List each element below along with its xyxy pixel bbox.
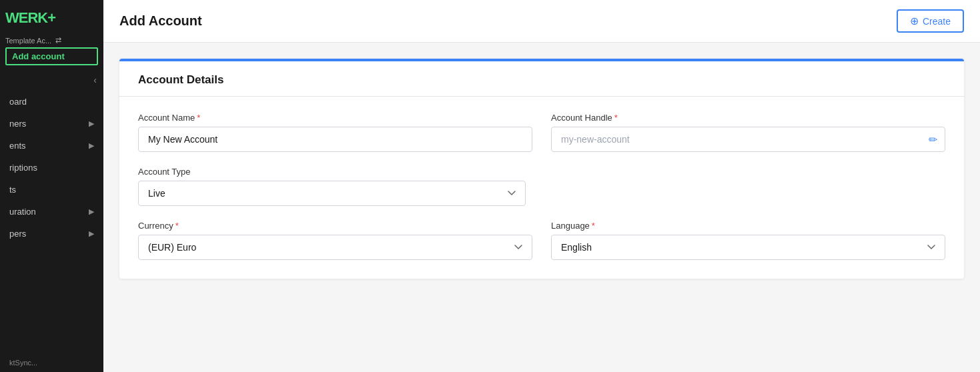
sidebar-item-helpers[interactable]: pers ▶ xyxy=(0,223,103,245)
sidebar: WERK+ Template Ac... ⇄ Add account ‹ oar… xyxy=(0,0,103,372)
create-button[interactable]: ⊕ Create xyxy=(897,9,964,33)
currency-select[interactable]: (EUR) Euro (USD) US Dollar (GBP) British… xyxy=(138,235,532,260)
sidebar-item-configuration[interactable]: uration ▶ xyxy=(0,201,103,223)
account-handle-group: Account Handle * ✏ xyxy=(551,113,945,152)
account-type-label: Account Type xyxy=(138,167,526,177)
chevron-right-icon: ▶ xyxy=(89,229,94,238)
account-type-group: Account Type Live Test Demo xyxy=(138,167,526,206)
plus-circle-icon: ⊕ xyxy=(910,15,919,27)
currency-language-row: Currency * (EUR) Euro (USD) US Dollar (G… xyxy=(138,221,945,260)
add-account-button[interactable]: Add account xyxy=(5,47,98,65)
language-group: Language * English German French Spanish xyxy=(551,221,945,260)
form-wrapper: Account Details Account Name * Account H… xyxy=(103,43,980,279)
swap-icon: ⇄ xyxy=(55,36,61,45)
collapse-sidebar-button[interactable]: ‹ xyxy=(0,72,103,88)
chevron-right-icon: ▶ xyxy=(89,119,94,128)
card-body: Account Name * Account Handle * ✏ xyxy=(119,97,964,279)
sidebar-item-dashboard[interactable]: oard xyxy=(0,91,103,113)
required-star: * xyxy=(614,113,618,123)
account-name-input[interactable] xyxy=(138,127,532,152)
template-label: Template Ac... xyxy=(5,37,51,45)
sidebar-item-partners[interactable]: ners ▶ xyxy=(0,113,103,135)
edit-icon[interactable]: ✏ xyxy=(929,133,937,146)
brand-logo: WERK+ xyxy=(0,0,103,33)
sidebar-nav: oard ners ▶ ents ▶ riptions ts uration ▶… xyxy=(0,88,103,353)
account-handle-input[interactable] xyxy=(551,127,945,152)
account-type-row: Account Type Live Test Demo xyxy=(138,167,945,206)
sidebar-bottom-label: ktSync... xyxy=(0,353,103,372)
sidebar-item-ts[interactable]: ts xyxy=(0,179,103,201)
required-star: * xyxy=(175,221,179,231)
currency-group: Currency * (EUR) Euro (USD) US Dollar (G… xyxy=(138,221,532,260)
account-type-select[interactable]: Live Test Demo xyxy=(138,181,526,206)
template-area[interactable]: Template Ac... ⇄ xyxy=(0,33,103,46)
account-name-label: Account Name * xyxy=(138,113,532,123)
currency-label: Currency * xyxy=(138,221,532,231)
language-select[interactable]: English German French Spanish xyxy=(551,235,945,260)
account-details-card: Account Details Account Name * Account H… xyxy=(119,59,964,279)
account-handle-label: Account Handle * xyxy=(551,113,945,123)
page-header: Add Account ⊕ Create xyxy=(103,0,980,43)
chevron-right-icon: ▶ xyxy=(89,207,94,216)
chevron-right-icon: ▶ xyxy=(89,141,94,150)
handle-input-wrapper: ✏ xyxy=(551,127,945,152)
sidebar-item-subscriptions[interactable]: riptions xyxy=(0,157,103,179)
required-star: * xyxy=(197,113,200,123)
main-content: Add Account ⊕ Create Account Details Acc… xyxy=(103,0,980,372)
language-label: Language * xyxy=(551,221,945,231)
required-star: * xyxy=(592,221,595,231)
page-title: Add Account xyxy=(119,13,202,29)
name-handle-row: Account Name * Account Handle * ✏ xyxy=(138,113,945,152)
sidebar-item-events[interactable]: ents ▶ xyxy=(0,135,103,157)
account-name-group: Account Name * xyxy=(138,113,532,152)
card-header: Account Details xyxy=(119,61,964,97)
